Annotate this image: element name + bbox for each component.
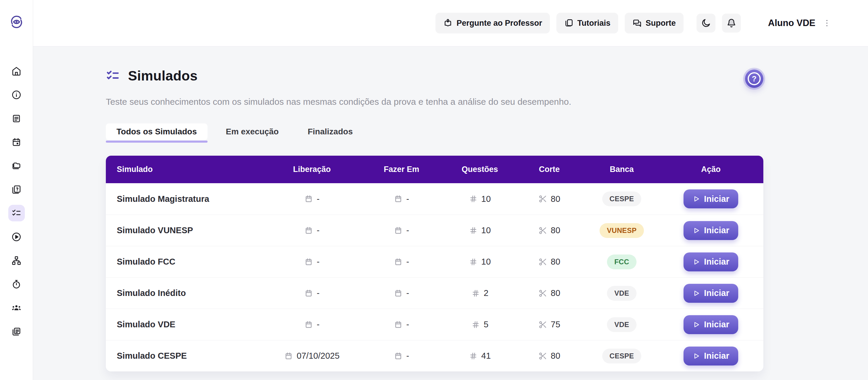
topbar-button-pergunte-ao-professor[interactable]: Pergunte ao Professor (435, 13, 550, 33)
scissors-icon (538, 289, 547, 298)
users-icon (11, 303, 21, 313)
iniciar-button[interactable]: Iniciar (684, 284, 738, 303)
timer-icon (11, 280, 21, 289)
play-icon (692, 352, 700, 360)
scissors-icon (538, 320, 547, 329)
kebab-menu-button[interactable] (823, 17, 833, 30)
sidebar-nav (8, 63, 25, 340)
sidebar-item-home[interactable] (8, 63, 25, 79)
sidebar-item-library[interactable] (8, 323, 25, 340)
simulados-table: SimuladoLiberaçãoFazer EmQuestõesCorteBa… (106, 156, 763, 372)
sidebar-item-file-text[interactable] (8, 110, 25, 127)
play-circle-icon (11, 232, 21, 242)
topbar-actions: Pergunte ao ProfessorTutoriaisSuporte (435, 13, 684, 33)
topbar-button-suporte[interactable]: Suporte (625, 13, 684, 33)
bell-button[interactable] (722, 13, 741, 33)
acao-cell: Iniciar (658, 284, 763, 303)
column-header-acao: Ação (658, 165, 763, 174)
iniciar-label: Iniciar (704, 194, 729, 204)
acao-cell: Iniciar (658, 189, 763, 208)
questoes-value: 2 (484, 288, 488, 298)
iniciar-button[interactable]: Iniciar (684, 221, 738, 240)
banca-badge: CESPE (602, 349, 642, 363)
tab-todos-os-simulados[interactable]: Todos os Simulados (106, 123, 208, 140)
play-icon (692, 321, 700, 328)
hash-icon (471, 320, 480, 329)
sidebar-item-calendar[interactable] (8, 134, 25, 150)
questoes-cell: 10 (446, 194, 514, 204)
table-row: Simulado Inédito - - 2 80 VDE Iniciar (106, 277, 763, 309)
banca-cell: FCC (585, 255, 658, 269)
sidebar-item-users[interactable] (8, 299, 25, 316)
scissors-icon (538, 352, 547, 360)
user-name: Aluno VDE (768, 18, 815, 28)
fazer-em-value: - (406, 226, 409, 235)
calendar-cell-icon (304, 226, 313, 235)
corte-cell: 80 (514, 351, 585, 361)
sidebar-item-timer[interactable] (8, 276, 25, 292)
simulado-name: Simulado VUNESP (106, 226, 267, 235)
banca-cell: VUNESP (585, 223, 658, 238)
acao-cell: Iniciar (658, 347, 763, 366)
page-title: Simulados (128, 68, 197, 84)
tab-finalizados[interactable]: Finalizados (297, 123, 363, 140)
calendar-cell-icon (394, 320, 403, 329)
iniciar-button[interactable]: Iniciar (684, 347, 738, 366)
moon-button[interactable] (696, 13, 715, 33)
questoes-value: 10 (481, 226, 491, 235)
home-icon (11, 66, 21, 76)
list-checks-icon (106, 69, 120, 83)
sidebar-item-list-checks[interactable] (8, 205, 25, 222)
banca-cell: CESPE (585, 349, 658, 363)
sidebar-item-folders[interactable] (8, 157, 25, 174)
questoes-value: 5 (484, 320, 488, 329)
column-header-corte: Corte (514, 165, 585, 174)
banca-cell: CESPE (585, 192, 658, 206)
iniciar-label: Iniciar (704, 288, 729, 298)
calendar-cell-icon (304, 258, 313, 266)
corte-value: 80 (551, 257, 560, 267)
liberacao-value: - (317, 226, 319, 235)
hash-icon (469, 195, 478, 203)
topbar-icon-buttons (696, 13, 741, 33)
liberacao-value: - (317, 288, 319, 298)
iniciar-label: Iniciar (704, 320, 729, 329)
help-question-icon: ? (748, 72, 761, 85)
iniciar-button[interactable]: Iniciar (684, 189, 738, 208)
questoes-cell: 2 (446, 288, 514, 298)
table-row: Simulado VDE - - 5 75 VDE Iniciar (106, 309, 763, 340)
sidebar-item-play-circle[interactable] (8, 229, 25, 245)
table-row: Simulado VUNESP - - 10 80 VUNESP Iniciar (106, 214, 763, 246)
calendar-icon (11, 137, 21, 147)
iniciar-button[interactable]: Iniciar (684, 253, 738, 271)
banca-badge: VDE (607, 317, 637, 332)
liberacao-cell: - (267, 226, 357, 235)
page-description: Teste seus conhecimentos com os simulado… (106, 97, 763, 107)
corte-value: 75 (551, 320, 560, 329)
sidebar (0, 0, 33, 380)
help-button[interactable]: ? (745, 69, 763, 88)
play-icon (692, 289, 700, 297)
sidebar-item-network[interactable] (8, 252, 25, 269)
fazer-em-value: - (406, 288, 409, 298)
fazer-em-cell: - (357, 320, 446, 329)
sidebar-item-file-question[interactable] (8, 181, 25, 198)
questoes-cell: 5 (446, 320, 514, 329)
sidebar-item-info[interactable] (8, 86, 25, 103)
corte-value: 80 (551, 226, 560, 235)
banca-badge: CESPE (602, 192, 642, 206)
iniciar-button[interactable]: Iniciar (684, 315, 738, 334)
hash-icon (469, 258, 478, 266)
fazer-em-cell: - (357, 226, 446, 235)
tab-em-execucao[interactable]: Em execução (215, 123, 289, 140)
table-header: SimuladoLiberaçãoFazer EmQuestõesCorteBa… (106, 156, 763, 183)
simulado-name: Simulado FCC (106, 257, 267, 267)
topbar-button-tutoriais[interactable]: Tutoriais (556, 13, 618, 33)
liberacao-value: - (317, 257, 319, 267)
corte-value: 80 (551, 194, 560, 204)
liberacao-cell: - (267, 194, 357, 204)
liberacao-cell: - (267, 288, 357, 298)
hash-icon (469, 352, 478, 360)
scissors-icon (538, 195, 547, 203)
questoes-value: 10 (481, 257, 491, 267)
